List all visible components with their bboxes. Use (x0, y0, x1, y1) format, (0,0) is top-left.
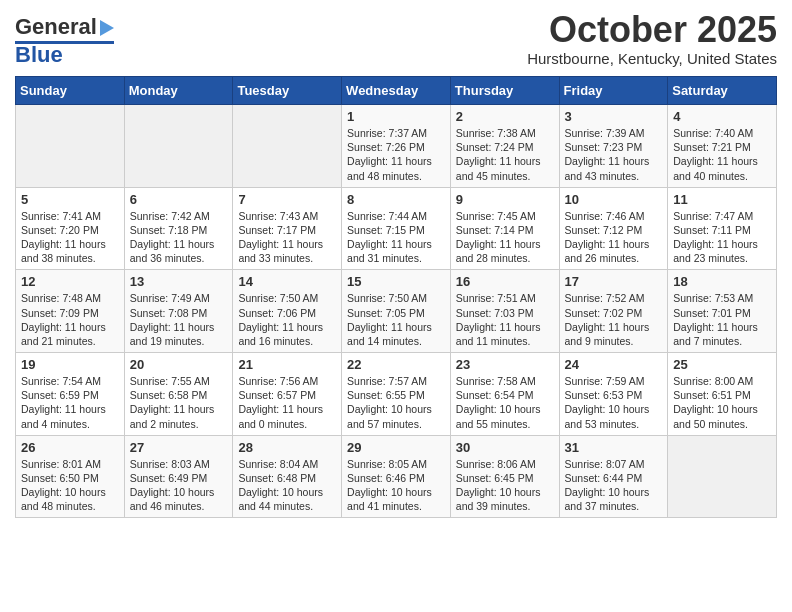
day-number: 30 (456, 440, 554, 455)
calendar-cell: 2Sunrise: 7:38 AM Sunset: 7:24 PM Daylig… (450, 105, 559, 188)
day-number: 22 (347, 357, 445, 372)
day-number: 2 (456, 109, 554, 124)
day-number: 24 (565, 357, 663, 372)
page-header: General Blue October 2025 Hurstbourne, K… (15, 10, 777, 68)
calendar-cell: 27Sunrise: 8:03 AM Sunset: 6:49 PM Dayli… (124, 435, 233, 518)
day-info: Sunrise: 7:50 AM Sunset: 7:06 PM Dayligh… (238, 291, 336, 348)
day-info: Sunrise: 7:37 AM Sunset: 7:26 PM Dayligh… (347, 126, 445, 183)
calendar-cell: 24Sunrise: 7:59 AM Sunset: 6:53 PM Dayli… (559, 353, 668, 436)
day-info: Sunrise: 7:49 AM Sunset: 7:08 PM Dayligh… (130, 291, 228, 348)
calendar-header-row: SundayMondayTuesdayWednesdayThursdayFrid… (16, 77, 777, 105)
calendar-cell: 11Sunrise: 7:47 AM Sunset: 7:11 PM Dayli… (668, 187, 777, 270)
day-info: Sunrise: 7:55 AM Sunset: 6:58 PM Dayligh… (130, 374, 228, 431)
day-header-thursday: Thursday (450, 77, 559, 105)
day-info: Sunrise: 8:05 AM Sunset: 6:46 PM Dayligh… (347, 457, 445, 514)
day-number: 1 (347, 109, 445, 124)
day-header-saturday: Saturday (668, 77, 777, 105)
calendar-week-2: 5Sunrise: 7:41 AM Sunset: 7:20 PM Daylig… (16, 187, 777, 270)
day-info: Sunrise: 7:40 AM Sunset: 7:21 PM Dayligh… (673, 126, 771, 183)
day-info: Sunrise: 7:58 AM Sunset: 6:54 PM Dayligh… (456, 374, 554, 431)
logo: General Blue (15, 14, 114, 68)
day-number: 16 (456, 274, 554, 289)
calendar-cell (668, 435, 777, 518)
calendar-cell: 31Sunrise: 8:07 AM Sunset: 6:44 PM Dayli… (559, 435, 668, 518)
day-number: 20 (130, 357, 228, 372)
calendar-cell: 22Sunrise: 7:57 AM Sunset: 6:55 PM Dayli… (342, 353, 451, 436)
day-number: 10 (565, 192, 663, 207)
calendar-week-1: 1Sunrise: 7:37 AM Sunset: 7:26 PM Daylig… (16, 105, 777, 188)
day-number: 15 (347, 274, 445, 289)
calendar-cell (233, 105, 342, 188)
day-number: 26 (21, 440, 119, 455)
day-number: 7 (238, 192, 336, 207)
calendar-cell: 29Sunrise: 8:05 AM Sunset: 6:46 PM Dayli… (342, 435, 451, 518)
calendar-cell: 16Sunrise: 7:51 AM Sunset: 7:03 PM Dayli… (450, 270, 559, 353)
logo-arrow-icon (100, 20, 114, 36)
calendar-cell: 26Sunrise: 8:01 AM Sunset: 6:50 PM Dayli… (16, 435, 125, 518)
calendar-cell: 20Sunrise: 7:55 AM Sunset: 6:58 PM Dayli… (124, 353, 233, 436)
day-info: Sunrise: 7:42 AM Sunset: 7:18 PM Dayligh… (130, 209, 228, 266)
day-info: Sunrise: 8:01 AM Sunset: 6:50 PM Dayligh… (21, 457, 119, 514)
day-number: 21 (238, 357, 336, 372)
day-info: Sunrise: 7:53 AM Sunset: 7:01 PM Dayligh… (673, 291, 771, 348)
day-info: Sunrise: 8:04 AM Sunset: 6:48 PM Dayligh… (238, 457, 336, 514)
calendar-cell (124, 105, 233, 188)
day-number: 8 (347, 192, 445, 207)
day-info: Sunrise: 7:52 AM Sunset: 7:02 PM Dayligh… (565, 291, 663, 348)
day-number: 27 (130, 440, 228, 455)
calendar-cell: 23Sunrise: 7:58 AM Sunset: 6:54 PM Dayli… (450, 353, 559, 436)
calendar-cell: 13Sunrise: 7:49 AM Sunset: 7:08 PM Dayli… (124, 270, 233, 353)
logo-general: General (15, 14, 97, 40)
calendar-cell: 4Sunrise: 7:40 AM Sunset: 7:21 PM Daylig… (668, 105, 777, 188)
day-header-sunday: Sunday (16, 77, 125, 105)
day-info: Sunrise: 7:43 AM Sunset: 7:17 PM Dayligh… (238, 209, 336, 266)
calendar-cell: 14Sunrise: 7:50 AM Sunset: 7:06 PM Dayli… (233, 270, 342, 353)
calendar-cell: 8Sunrise: 7:44 AM Sunset: 7:15 PM Daylig… (342, 187, 451, 270)
calendar-cell: 15Sunrise: 7:50 AM Sunset: 7:05 PM Dayli… (342, 270, 451, 353)
day-number: 5 (21, 192, 119, 207)
day-info: Sunrise: 7:54 AM Sunset: 6:59 PM Dayligh… (21, 374, 119, 431)
day-info: Sunrise: 7:48 AM Sunset: 7:09 PM Dayligh… (21, 291, 119, 348)
calendar-cell: 28Sunrise: 8:04 AM Sunset: 6:48 PM Dayli… (233, 435, 342, 518)
calendar-cell: 21Sunrise: 7:56 AM Sunset: 6:57 PM Dayli… (233, 353, 342, 436)
day-number: 28 (238, 440, 336, 455)
calendar-week-3: 12Sunrise: 7:48 AM Sunset: 7:09 PM Dayli… (16, 270, 777, 353)
day-info: Sunrise: 7:39 AM Sunset: 7:23 PM Dayligh… (565, 126, 663, 183)
day-number: 11 (673, 192, 771, 207)
logo-blue: Blue (15, 42, 63, 68)
title-block: October 2025 Hurstbourne, Kentucky, Unit… (527, 10, 777, 67)
day-number: 23 (456, 357, 554, 372)
day-info: Sunrise: 8:00 AM Sunset: 6:51 PM Dayligh… (673, 374, 771, 431)
day-number: 14 (238, 274, 336, 289)
day-number: 18 (673, 274, 771, 289)
day-info: Sunrise: 8:03 AM Sunset: 6:49 PM Dayligh… (130, 457, 228, 514)
calendar-week-4: 19Sunrise: 7:54 AM Sunset: 6:59 PM Dayli… (16, 353, 777, 436)
day-number: 3 (565, 109, 663, 124)
day-number: 31 (565, 440, 663, 455)
day-number: 25 (673, 357, 771, 372)
day-info: Sunrise: 7:38 AM Sunset: 7:24 PM Dayligh… (456, 126, 554, 183)
day-number: 29 (347, 440, 445, 455)
calendar-cell: 18Sunrise: 7:53 AM Sunset: 7:01 PM Dayli… (668, 270, 777, 353)
day-info: Sunrise: 7:56 AM Sunset: 6:57 PM Dayligh… (238, 374, 336, 431)
calendar-cell: 5Sunrise: 7:41 AM Sunset: 7:20 PM Daylig… (16, 187, 125, 270)
day-number: 9 (456, 192, 554, 207)
day-info: Sunrise: 7:41 AM Sunset: 7:20 PM Dayligh… (21, 209, 119, 266)
calendar-cell: 12Sunrise: 7:48 AM Sunset: 7:09 PM Dayli… (16, 270, 125, 353)
calendar-table: SundayMondayTuesdayWednesdayThursdayFrid… (15, 76, 777, 518)
calendar-cell: 30Sunrise: 8:06 AM Sunset: 6:45 PM Dayli… (450, 435, 559, 518)
day-header-friday: Friday (559, 77, 668, 105)
day-number: 13 (130, 274, 228, 289)
month-title: October 2025 (527, 10, 777, 50)
day-number: 4 (673, 109, 771, 124)
day-header-tuesday: Tuesday (233, 77, 342, 105)
day-info: Sunrise: 8:06 AM Sunset: 6:45 PM Dayligh… (456, 457, 554, 514)
day-number: 12 (21, 274, 119, 289)
calendar-cell: 9Sunrise: 7:45 AM Sunset: 7:14 PM Daylig… (450, 187, 559, 270)
calendar-cell: 17Sunrise: 7:52 AM Sunset: 7:02 PM Dayli… (559, 270, 668, 353)
day-number: 17 (565, 274, 663, 289)
day-info: Sunrise: 7:59 AM Sunset: 6:53 PM Dayligh… (565, 374, 663, 431)
calendar-body: 1Sunrise: 7:37 AM Sunset: 7:26 PM Daylig… (16, 105, 777, 518)
day-info: Sunrise: 7:51 AM Sunset: 7:03 PM Dayligh… (456, 291, 554, 348)
calendar-cell: 3Sunrise: 7:39 AM Sunset: 7:23 PM Daylig… (559, 105, 668, 188)
